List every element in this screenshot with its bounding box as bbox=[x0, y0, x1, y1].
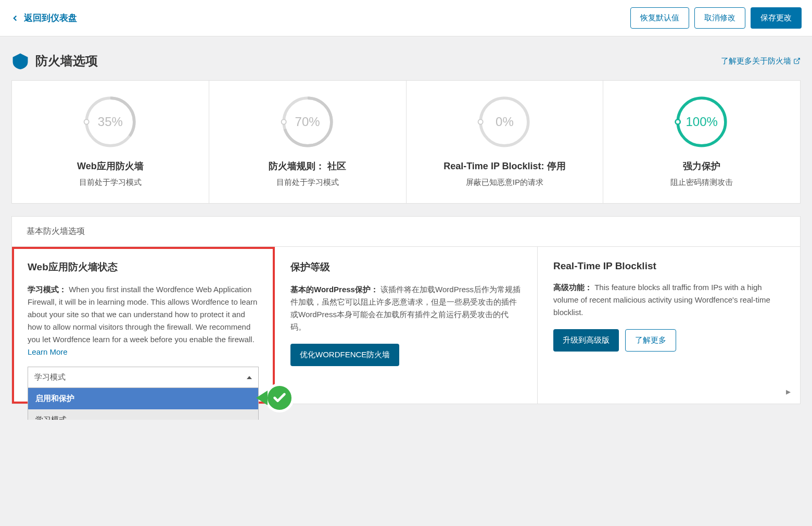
stats-panel: 35% Web应用防火墙 目前处于学习模式 70% 防火墙规则： 社区 目前处于… bbox=[11, 80, 801, 204]
header-bar: 返回到仪表盘 恢复默认值 取消修改 保存更改 bbox=[0, 0, 812, 36]
checkmark-icon bbox=[272, 391, 287, 405]
chevron-left-icon bbox=[10, 14, 20, 23]
stat-sub: 目前处于学习模式 bbox=[218, 178, 398, 187]
gauge: 100% bbox=[673, 93, 730, 151]
page-title: 防火墙选项 bbox=[11, 52, 98, 70]
stat-title: 强力保护 bbox=[612, 160, 792, 172]
arrow-pointer-icon bbox=[256, 391, 268, 405]
learn-more-link[interactable]: Learn More bbox=[28, 347, 68, 356]
stat-title: Web应用防火墙 bbox=[20, 160, 200, 172]
header-actions: 恢复默认值 取消修改 保存更改 bbox=[630, 7, 802, 29]
card-waf-status: Web应用防火墙状态 学习模式： When you first install … bbox=[12, 247, 275, 404]
card-title: 保护等级 bbox=[290, 260, 522, 274]
back-label: 返回到仪表盘 bbox=[24, 12, 77, 24]
card-title: Real-Time IP Blocklist bbox=[553, 260, 784, 272]
svg-point-8 bbox=[478, 119, 483, 124]
stat-sub: 阻止密码猜测攻击 bbox=[612, 178, 792, 187]
stat-brute: 100% 强力保护 阻止密码猜测攻击 bbox=[603, 81, 800, 203]
stat-title: 防火墙规则： 社区 bbox=[218, 160, 398, 172]
cards-row: Web应用防火墙状态 学习模式： When you first install … bbox=[12, 247, 800, 404]
status-dropdown: 启用和保护 学习模式 停用 bbox=[28, 388, 259, 420]
save-changes-button[interactable]: 保存更改 bbox=[751, 7, 802, 29]
restore-defaults-button[interactable]: 恢复默认值 bbox=[630, 7, 689, 29]
firewall-icon bbox=[11, 52, 29, 70]
stat-sub: 屏蔽已知恶意IP的请求 bbox=[415, 178, 595, 187]
chevron-up-icon bbox=[247, 376, 252, 379]
stat-waf: 35% Web应用防火墙 目前处于学习模式 bbox=[12, 81, 209, 203]
card-protection-level: 保护等级 基本的WordPress保护： 该插件将在加载WordPress后作为… bbox=[275, 247, 538, 404]
svg-point-3 bbox=[84, 119, 88, 124]
back-to-dashboard-link[interactable]: 返回到仪表盘 bbox=[10, 12, 77, 24]
card-title: Web应用防火墙状态 bbox=[28, 260, 259, 274]
optimize-firewall-button[interactable]: 优化WORDFENCE防火墙 bbox=[290, 344, 399, 366]
svg-point-6 bbox=[281, 119, 286, 124]
learn-more-firewall-link[interactable]: 了解更多关于防火墙 bbox=[721, 56, 801, 66]
checkmark-badge bbox=[265, 383, 294, 412]
gauge: 35% bbox=[82, 93, 139, 151]
upgrade-premium-button[interactable]: 升级到高级版 bbox=[553, 329, 619, 352]
svg-line-0 bbox=[796, 58, 800, 61]
learn-more-button[interactable]: 了解更多 bbox=[625, 329, 676, 352]
stat-blocklist: 0% Real-Time IP Blocklist: 停用 屏蔽已知恶意IP的请… bbox=[407, 81, 604, 203]
dropdown-option-learning[interactable]: 学习模式 bbox=[28, 409, 258, 420]
card-desc: 高级功能： This feature blocks all traffic fr… bbox=[553, 281, 784, 319]
stat-sub: 目前处于学习模式 bbox=[20, 178, 200, 187]
dropdown-option-enable[interactable]: 启用和保护 bbox=[28, 388, 258, 409]
gauge: 0% bbox=[476, 93, 533, 151]
external-link-icon bbox=[793, 57, 801, 65]
status-select-wrap: 学习模式 启用和保护 学习模式 停用 bbox=[28, 367, 259, 388]
cancel-changes-button[interactable]: 取消修改 bbox=[694, 7, 745, 29]
card-desc: 学习模式： When you first install the Wordfen… bbox=[28, 283, 259, 358]
page-title-row: 防火墙选项 了解更多关于防火墙 bbox=[11, 52, 801, 70]
stat-rules: 70% 防火墙规则： 社区 目前处于学习模式 bbox=[209, 81, 407, 203]
card-desc: 基本的WordPress保护： 该插件将在加载WordPress后作为常规插件加… bbox=[290, 283, 522, 333]
section-header: 基本防火墙选项 bbox=[12, 217, 800, 247]
status-select[interactable]: 学习模式 bbox=[28, 367, 259, 388]
stat-title: Real-Time IP Blocklist: 停用 bbox=[415, 160, 595, 172]
card-ip-blocklist: Real-Time IP Blocklist 高级功能： This featur… bbox=[538, 247, 800, 404]
basic-options-section: 基本防火墙选项 Web应用防火墙状态 学习模式： When you first … bbox=[11, 216, 801, 404]
gauge: 70% bbox=[279, 93, 336, 151]
expand-arrow-icon[interactable]: ▸ bbox=[786, 386, 791, 397]
svg-point-10 bbox=[676, 119, 680, 124]
